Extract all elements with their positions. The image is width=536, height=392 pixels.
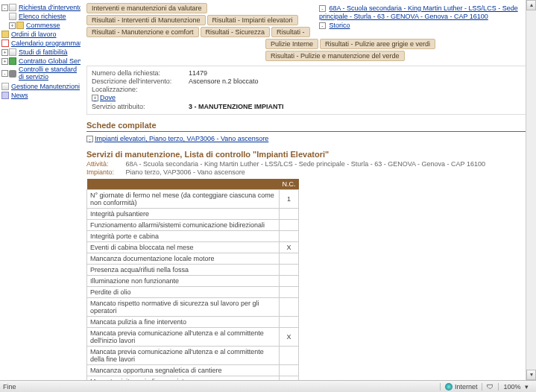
table-row: N° giornate di fermo nel mese (da conteg… (87, 190, 299, 209)
checklist-desc: Presenza acqua/rifiuti nella fossa (87, 265, 280, 276)
sidebar-item-news[interactable]: News (1, 91, 81, 100)
sidebar-item-label: Contratto Global Service (19, 57, 81, 65)
checklist-mark: X (280, 328, 299, 347)
checklist-desc: Mancata pulizia a fine intervento (87, 317, 280, 328)
request-details: Numero della richiesta: 11479 Descrizion… (86, 66, 532, 115)
checklist-mark (280, 317, 299, 328)
sidebar-item-studi[interactable]: + Studi di fattibilità (1, 48, 81, 57)
doc-icon (9, 13, 16, 20)
tree-expand-icon[interactable]: + (9, 22, 16, 29)
table-row: Mancanza documentazione locale motore (87, 253, 299, 265)
pill[interactable]: Risultati - Pulizie e manutenzione del v… (265, 51, 405, 61)
checklist-header-nc: N.C. (280, 179, 299, 190)
checklist-desc: Perdite di olio (87, 287, 280, 298)
pill[interactable]: Risultati - Pulizie aree grigie e verdi (320, 39, 435, 49)
pill[interactable]: Risultati - Sicurezza (201, 27, 271, 37)
checklist-table: N.C. N° giornate di fermo nel mese (da c… (86, 179, 299, 380)
scroll-up-icon[interactable]: ▴ (526, 0, 536, 10)
pill[interactable]: Pulizie Interne (265, 39, 318, 49)
schede-heading: Schede compilate (86, 119, 532, 132)
table-row: Funzionamento allarmi/sistemi comunicazi… (87, 220, 299, 231)
sidebar-item-controlli[interactable]: - Controlli e standard di servizio (1, 66, 81, 82)
sidebar-item-label: Calendario programmato (11, 39, 81, 47)
checklist-desc: Mancanza opportuna segnaletica di cantie… (87, 365, 280, 376)
impianto-value: Piano terzo, VAP3006 - Vano ascensore (126, 168, 245, 176)
checklist-desc: Integrità porte e cabina (87, 231, 280, 242)
checklist-mark (280, 209, 299, 220)
vertical-scrollbar[interactable]: ▴ ▾ (526, 0, 536, 380)
wrench-icon (9, 70, 16, 78)
checklist-desc: Eventi di cabina bloccata nel mese (87, 242, 280, 253)
status-protected[interactable]: 🛡 (482, 383, 498, 391)
tree-collapse-icon[interactable]: - (1, 70, 8, 77)
sidebar-item-contratto[interactable]: + Contratto Global Service (1, 57, 81, 66)
news-icon (1, 92, 9, 99)
table-row: Illuminazione non funzionante (87, 276, 299, 287)
serv-value: 3 - MANUTENZIONE IMPIANTI (189, 103, 284, 110)
sidebar-item-requests-list[interactable]: Elenco richieste (1, 12, 81, 21)
calendar-icon (1, 39, 9, 47)
expand-icon[interactable]: + (92, 95, 98, 101)
sidebar: - Richiesta d'intervento Elenco richiest… (0, 0, 82, 380)
pill[interactable]: Risultati - (271, 27, 310, 37)
doc-icon (9, 4, 16, 11)
sidebar-item-label: Elenco richieste (19, 13, 66, 20)
checklist-mark: 1 (280, 190, 299, 209)
sidebar-item-request[interactable]: - Richiesta d'intervento (1, 3, 81, 12)
checklist-mark (280, 365, 299, 376)
checklist-mark (280, 276, 299, 287)
globe-icon (445, 383, 453, 391)
building-link[interactable]: 68A - Scuola secondaria - King Martin Lu… (319, 4, 518, 20)
collapse-icon[interactable]: - (319, 22, 326, 29)
doc-icon (9, 48, 16, 56)
checklist-desc: Funzionamento allarmi/sistemi comunicazi… (87, 220, 280, 231)
pill[interactable]: Risultati - Interventi di Manutenzione (86, 15, 206, 25)
tree-expand-icon[interactable]: + (1, 49, 8, 56)
sidebar-item-calendar[interactable]: Calendario programmato (1, 39, 81, 48)
attivita-value: 68A - Scuola secondaria - King Martin Lu… (126, 160, 485, 168)
dove-link[interactable]: + Dove (92, 94, 526, 101)
sidebar-item-ordini[interactable]: Ordini di lavoro (1, 30, 81, 39)
storico-link[interactable]: Storico (330, 22, 350, 29)
table-row: Eventi di cabina bloccata nel meseX (87, 242, 299, 253)
sidebar-item-commesse[interactable]: + Commesse (1, 21, 81, 30)
status-internet: Internet (440, 383, 482, 391)
folder-icon (16, 22, 24, 29)
checklist-desc: Mancanza documentazione locale motore (87, 253, 280, 265)
checklist-desc: Illuminazione non funzionante (87, 276, 280, 287)
checklist-mark (280, 231, 299, 242)
table-row: Integrità porte e cabina (87, 231, 299, 242)
sidebar-item-label: Studi di fattibilità (19, 48, 68, 56)
list-heading: Servizi di manutenzione, Lista di contro… (86, 147, 532, 160)
tree-expand-icon[interactable]: + (1, 58, 8, 65)
status-zoom[interactable]: 100% ▾ (498, 383, 533, 391)
checklist-desc: Mancato rispetto normative di sicurezza … (87, 298, 280, 317)
checklist-desc: Mancata previa comunicazione all'utenza … (87, 328, 280, 347)
collapse-icon[interactable]: - (86, 136, 93, 142)
pill[interactable]: Interventi e manutenzioni da valutare (86, 3, 207, 13)
impianto-label: Impianto: (86, 168, 124, 176)
check-icon (9, 57, 16, 65)
main-content: - 68A - Scuola secondaria - King Martin … (82, 0, 536, 380)
table-row: Mancata previa comunicazione all'utenza … (87, 328, 299, 347)
sidebar-item-label: Commesse (26, 22, 60, 29)
checklist-header-desc (87, 179, 280, 190)
tree-collapse-icon[interactable]: - (1, 4, 8, 11)
pill[interactable]: Risultati - Manutenzione e comfort (86, 27, 199, 37)
schede-link[interactable]: - Impianti elevatori, Piano terzo, VAP30… (86, 133, 532, 144)
doc-icon (1, 83, 9, 90)
collapse-icon[interactable]: - (319, 5, 326, 12)
req-num-label: Numero della richiesta: (92, 69, 189, 77)
pill[interactable]: Risultati - Impianti elevatori (207, 15, 298, 25)
loc-label: Localizzazione: (92, 86, 189, 93)
checklist-mark (280, 287, 299, 298)
sidebar-item-label: Richiesta d'intervento (19, 4, 81, 11)
sidebar-item-gestione[interactable]: Gestione Manutenzioni (1, 82, 81, 91)
checklist-mark (280, 220, 299, 231)
table-row: Mancata previa comunicazione all'utenza … (87, 347, 299, 365)
table-row: Mancato rispetto normative di sicurezza … (87, 298, 299, 317)
sidebar-item-label: Gestione Manutenzioni (11, 83, 80, 90)
scroll-down-icon[interactable]: ▾ (526, 370, 536, 380)
checklist-mark (280, 298, 299, 317)
table-row: Integrità pulsantiere (87, 209, 299, 220)
